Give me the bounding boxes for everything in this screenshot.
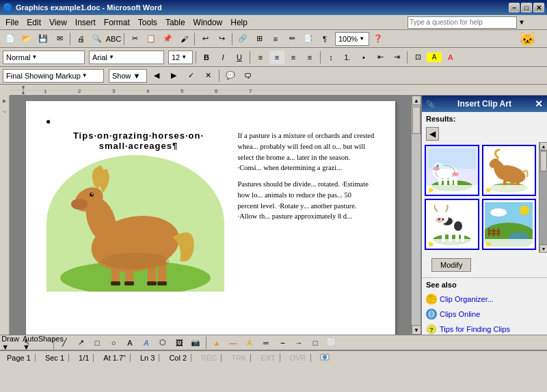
wordart-tool[interactable]: A [139,336,154,350]
scroll-up-button[interactable]: ▲ [412,96,421,105]
track-comment-button[interactable]: 💬 [223,69,238,83]
scroll-track[interactable] [412,105,421,325]
menu-format[interactable]: Format [100,16,134,29]
increase-indent-button[interactable]: ⇥ [389,51,404,64]
scroll-down-button[interactable]: ▼ [412,325,421,335]
minimize-button[interactable]: – [509,3,520,12]
print-preview-button[interactable]: 🔍 [90,32,105,46]
spell-button[interactable]: ABC [106,32,121,46]
oval-tool[interactable]: ○ [106,336,121,350]
draw-dropdown-button[interactable]: Draw ▼ [3,336,18,350]
tips-link[interactable]: ? Tips for Finding Clips [422,322,547,337]
hyperlink-button[interactable]: 🔗 [235,32,250,46]
email-button[interactable]: ✉ [52,32,67,46]
clips-online-link[interactable]: Clips Online [422,307,547,322]
clip-item-2[interactable]: ⭐ [482,145,537,196]
next-change-button[interactable]: ▶ [166,69,181,83]
docmap-button[interactable]: 📑 [301,32,316,46]
justify-button[interactable]: ≡ [302,51,317,64]
track-mode-dropdown[interactable]: Final Showing Markup ▼ [3,69,104,83]
menu-edit[interactable]: Edit [23,16,45,29]
clip-scroll-down[interactable]: ▼ [539,244,547,253]
cut-button[interactable]: ✂ [127,32,142,46]
line-spacing-button[interactable]: ↕ [323,51,338,64]
save-button[interactable]: 💾 [36,32,51,46]
line-style-button[interactable]: ═ [258,336,274,350]
back-arrow-button[interactable]: ◀ [426,127,439,141]
clipart-tool[interactable]: 🖼 [172,336,187,350]
picture-tool[interactable]: 📷 [188,336,203,350]
show-dropdown[interactable]: Show ▼ [109,69,147,83]
line-color-button[interactable]: — [226,336,241,350]
close-button[interactable]: ✕ [533,3,544,12]
underline-button[interactable]: U [232,51,247,64]
clip-scroll-up[interactable]: ▲ [539,142,547,150]
fill-color-button[interactable]: ▲ [209,336,224,350]
undo-button[interactable]: ↩ [198,32,213,46]
shadow-button[interactable]: □ [308,336,323,350]
bold-button[interactable]: B [199,51,214,64]
tables-button[interactable]: ⊞ [252,32,267,46]
font-color-button[interactable]: A [443,51,458,64]
drawing-button[interactable]: ✏ [284,32,299,46]
open-button[interactable]: 📂 [19,32,34,46]
clip-scroll-thumb[interactable] [540,151,547,171]
line-tool[interactable]: ╱ [57,336,72,350]
redo-button[interactable]: ↪ [214,32,229,46]
outside-border-button[interactable]: ⊡ [410,51,425,64]
accept-change-button[interactable]: ✓ [183,69,198,83]
clip-scroll-track[interactable] [539,150,547,244]
clip-organizer-link[interactable]: Clip Organizer... [422,292,547,307]
bullets-button[interactable]: • [356,51,371,64]
format-painter-button[interactable]: 🖌 [176,32,191,46]
align-right-button[interactable]: ≡ [286,51,301,64]
help-button[interactable]: ❓ [371,32,386,46]
copy-button[interactable]: 📋 [144,32,159,46]
textbox-tool[interactable]: A [122,336,137,350]
align-center-button[interactable]: ≡ [269,51,284,64]
reject-change-button[interactable]: ✕ [200,69,215,83]
arrow-style-button[interactable]: → [291,336,306,350]
clip-item-4[interactable]: ⭐ [482,199,537,250]
columns-button[interactable]: ≡ [268,32,283,46]
help-search-input[interactable] [408,16,517,29]
show-hide-button[interactable]: ¶ [317,32,332,46]
font-dropdown[interactable]: Arial ▼ [89,51,164,64]
arrow-tool[interactable]: ↗ [73,336,88,350]
print-button[interactable]: 🖨 [73,32,88,46]
numbering-button[interactable]: 1. [340,51,355,64]
menu-help[interactable]: Help [226,16,252,29]
diagram-tool[interactable]: ⬡ [155,336,170,350]
italic-button[interactable]: I [215,51,230,64]
font-color-draw-button[interactable]: A [242,336,257,350]
paste-button[interactable]: 📌 [160,32,175,46]
new-button[interactable]: 📄 [3,32,18,46]
menu-window[interactable]: Window [189,16,227,29]
clip-item-1[interactable]: ⭐ [425,145,479,196]
rect-tool[interactable]: □ [90,336,105,350]
menu-table[interactable]: Table [161,16,189,29]
prev-change-button[interactable]: ◀ [149,69,164,83]
menu-view[interactable]: View [45,16,71,29]
style-dropdown[interactable]: Normal ▼ [3,51,85,64]
clip-art-close-button[interactable]: ✕ [535,98,543,109]
zoom-dropdown[interactable]: 100%▼ [335,32,369,46]
track-balloon-button[interactable]: 🗨 [240,69,255,83]
decrease-indent-button[interactable]: ⇤ [373,51,388,64]
menu-insert[interactable]: Insert [71,16,100,29]
menu-file[interactable]: File [1,16,23,29]
align-left-button[interactable]: ≡ [253,51,268,64]
clip-item-3[interactable]: ⭐ [425,199,479,250]
scroll-thumb[interactable] [412,107,421,134]
autoshapes-button[interactable]: AutoShapes ▼ [36,336,51,350]
dash-style-button[interactable]: ‒ [275,336,290,350]
3d-button[interactable]: ⬜ [324,336,339,350]
size-dropdown[interactable]: 12 ▼ [168,51,193,64]
status-sec-text: Sec 1 [45,354,64,362]
document-area[interactable]: • Tips·on·grazing·horses·on·small·acreag… [10,96,411,335]
maximize-button[interactable]: □ [521,3,532,12]
highlight-button[interactable]: A [427,53,442,62]
modify-button[interactable]: Modify [431,258,471,272]
menu-tools[interactable]: Tools [134,16,161,29]
clip-art-icon: 📎 [426,100,434,108]
